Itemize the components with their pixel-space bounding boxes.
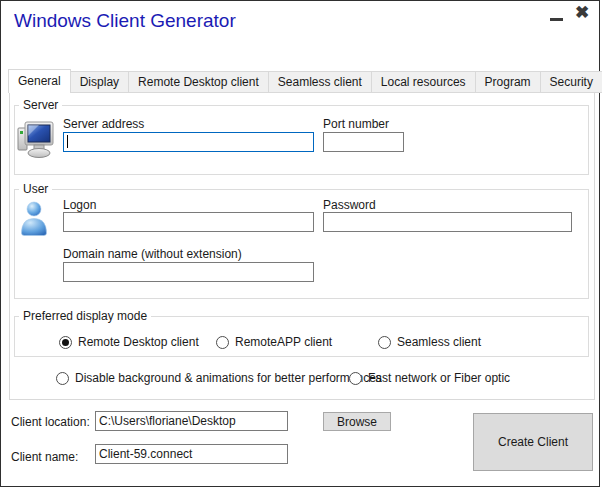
server-address-input[interactable]	[63, 132, 314, 152]
minimize-button[interactable]	[547, 7, 565, 25]
user-groupbox-legend: User	[19, 182, 52, 196]
server-groupbox-legend: Server	[19, 98, 62, 112]
client-name-label: Client name:	[11, 450, 78, 464]
radio-remote-desktop-client[interactable]: Remote Desktop client	[59, 335, 199, 349]
tab-seamless-client[interactable]: Seamless client	[268, 71, 372, 93]
tab-local-resources[interactable]: Local resources	[371, 71, 476, 93]
domain-name-label: Domain name (without extension)	[63, 247, 242, 261]
radio-remoteapp-client[interactable]: RemoteAPP client	[216, 335, 332, 349]
user-groupbox: User	[14, 189, 589, 299]
password-input[interactable]	[323, 212, 572, 232]
tab-remote-desktop-client[interactable]: Remote Desktop client	[128, 71, 269, 93]
radio-button-icon	[59, 336, 72, 349]
radio-label: Seamless client	[397, 335, 481, 349]
radio-button-icon	[216, 336, 229, 349]
computer-icon	[17, 121, 55, 163]
tab-bar: General Display Remote Desktop client Se…	[9, 71, 602, 93]
radio-label: RemoteAPP client	[235, 335, 332, 349]
tab-general[interactable]: General	[8, 69, 71, 93]
client-location-label: Client location:	[11, 415, 90, 429]
client-name-input[interactable]	[95, 444, 288, 464]
password-label: Password	[323, 198, 376, 212]
radio-button-icon	[349, 372, 362, 385]
port-number-label: Port number	[323, 117, 389, 131]
person-icon	[18, 200, 50, 236]
minimize-icon	[550, 18, 563, 21]
radio-button-icon	[56, 372, 69, 385]
tab-security[interactable]: Security	[540, 71, 602, 93]
client-location-input[interactable]	[95, 411, 288, 431]
logon-input[interactable]	[63, 212, 314, 232]
close-button[interactable]: ✖	[573, 3, 591, 21]
port-number-input[interactable]	[323, 132, 404, 152]
server-address-label: Server address	[63, 117, 144, 131]
create-client-button[interactable]: Create Client	[473, 413, 593, 471]
display-mode-legend: Preferred display mode	[19, 309, 151, 323]
text-caret	[67, 135, 68, 148]
radio-fast-network-fiber-optic[interactable]: Fast network or Fiber optic	[349, 371, 510, 385]
tab-program[interactable]: Program	[475, 71, 541, 93]
screenshot-canvas: Windows Client Generator ✖ General Displ…	[0, 0, 602, 492]
radio-label: Remote Desktop client	[78, 335, 199, 349]
close-icon: ✖	[575, 2, 589, 23]
radio-label: Disable background & animations for bett…	[75, 371, 382, 385]
browse-button[interactable]: Browse	[323, 412, 391, 431]
radio-seamless-client[interactable]: Seamless client	[378, 335, 481, 349]
radio-label: Fast network or Fiber optic	[368, 371, 510, 385]
logon-label: Logon	[63, 198, 96, 212]
radio-disable-background-animations[interactable]: Disable background & animations for bett…	[56, 371, 382, 385]
tab-display[interactable]: Display	[70, 71, 129, 93]
window: Windows Client Generator ✖ General Displ…	[0, 0, 600, 487]
domain-name-input[interactable]	[63, 262, 314, 282]
radio-button-icon	[378, 336, 391, 349]
window-title: Windows Client Generator	[14, 10, 236, 32]
